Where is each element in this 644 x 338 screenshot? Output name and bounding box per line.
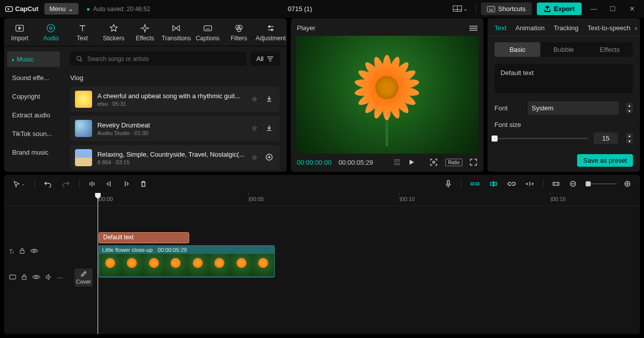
linkage-button[interactable]	[505, 179, 519, 188]
scan-button[interactable]	[429, 158, 438, 167]
zoom-thumb[interactable]	[586, 181, 591, 186]
tab-audio[interactable]: Audio	[35, 21, 66, 46]
preview-axis[interactable]	[523, 179, 537, 189]
svg-rect-8	[489, 10, 493, 11]
save-preset-button[interactable]: Save as preset	[577, 154, 633, 167]
shortcuts-button[interactable]: Shortcuts	[481, 3, 532, 15]
ruler-mark: |00:10	[399, 196, 415, 202]
font-select[interactable]: System	[528, 101, 619, 115]
tab-import[interactable]: Import	[4, 21, 35, 46]
download-button[interactable]	[264, 93, 275, 106]
tab-animation[interactable]: Animation	[516, 24, 545, 31]
font-step-down[interactable]: ▾	[626, 108, 633, 113]
media-sidebar: Music Sound effe... Copyright Extract au…	[4, 46, 63, 175]
tab-text[interactable]: Text	[67, 21, 98, 46]
lock-icon[interactable]	[21, 274, 27, 282]
keyboard-icon	[487, 6, 495, 12]
delete-right-button[interactable]	[120, 178, 133, 189]
visibility-icon[interactable]	[32, 274, 40, 282]
tabs-scroll-right[interactable]: ›	[635, 24, 637, 32]
add-button[interactable]	[264, 152, 275, 164]
zoom-slider[interactable]	[587, 183, 617, 184]
track-item[interactable]: Relaxing, Simple, Countryside, Travel, N…	[70, 145, 280, 170]
size-step-down[interactable]: ▾	[626, 139, 633, 144]
size-stepper: ▴ ▾	[626, 133, 633, 144]
favorite-button[interactable]: ☆	[250, 152, 260, 164]
cover-button[interactable]: Cover	[74, 268, 93, 287]
search-input[interactable]	[87, 55, 240, 62]
layout-icon	[453, 6, 462, 13]
layout-button[interactable]: ⌄	[450, 4, 470, 15]
tab-text-inspector[interactable]: Text	[495, 24, 507, 31]
sidebar-item-sound-effects[interactable]: Sound effe...	[7, 70, 60, 86]
zoom-in-button[interactable]	[621, 178, 634, 189]
mic-button[interactable]	[442, 178, 455, 190]
auto-snap[interactable]	[487, 178, 501, 189]
video-clip[interactable]: Little flower close-up 00:00:05:29	[99, 245, 275, 278]
zoom-out-button[interactable]	[567, 178, 580, 189]
tab-captions[interactable]: Captions	[192, 21, 223, 46]
more-icon[interactable]: ⋯	[57, 275, 63, 282]
sidebar-item-music[interactable]: Music	[7, 51, 60, 67]
timeline-ruler[interactable]: |00:00 |00:05 |00:10 |00:15	[95, 193, 640, 206]
favorite-button[interactable]: ☆	[250, 122, 260, 135]
delete-left-button[interactable]	[103, 178, 116, 189]
playhead[interactable]	[98, 193, 98, 334]
fullscreen-button[interactable]	[469, 158, 477, 166]
sidebar-item-brand-music[interactable]: Brand music	[7, 145, 60, 160]
tab-filters[interactable]: Filters	[223, 21, 255, 46]
ratio-button[interactable]: Ratio	[445, 159, 462, 166]
font-size-slider[interactable]	[495, 138, 588, 139]
minimize-button[interactable]: —	[587, 5, 601, 13]
link-icon	[508, 181, 516, 186]
tab-effects[interactable]: Effects	[129, 21, 160, 46]
undo-button[interactable]	[41, 178, 55, 189]
tab-stickers[interactable]: Stickers	[98, 21, 129, 46]
select-tool[interactable]: ⌄	[10, 178, 28, 189]
subtab-effects[interactable]: Effects	[587, 42, 633, 57]
tab-adjustment[interactable]: Adjustment	[255, 21, 287, 46]
tab-tracking[interactable]: Tracking	[553, 24, 578, 31]
main-track-magnet[interactable]	[467, 179, 482, 189]
sidebar-item-tiktok-sounds[interactable]: TikTok soun...	[7, 126, 60, 142]
tab-tts[interactable]: Text-to-speech	[588, 24, 630, 31]
menu-label: Menu	[49, 5, 66, 13]
mute-icon[interactable]	[45, 274, 52, 282]
font-size-value[interactable]: 15	[594, 132, 618, 144]
menu-button[interactable]: Menu ⌄	[44, 3, 78, 15]
sidebar-item-extract-audio[interactable]: Extract audio	[7, 107, 60, 123]
subtab-bubble[interactable]: Bubble	[540, 42, 587, 57]
lock-icon[interactable]	[19, 247, 25, 256]
visibility-icon[interactable]	[30, 248, 38, 255]
font-step-up[interactable]: ▴	[626, 103, 633, 108]
sidebar-item-copyright[interactable]: Copyright	[7, 89, 60, 104]
text-content-input[interactable]: Default text	[495, 64, 633, 93]
maximize-button[interactable]: ☐	[606, 5, 620, 13]
filter-all-button[interactable]: All	[251, 51, 280, 66]
svg-point-10	[47, 25, 55, 32]
timeline-tracks[interactable]: |00:00 |00:05 |00:10 |00:15 Default text…	[95, 193, 640, 334]
text-clip[interactable]: Default text	[99, 232, 189, 243]
tab-transitions[interactable]: Transitions	[160, 21, 192, 46]
slider-thumb[interactable]	[492, 136, 498, 142]
zoom-timeline-in[interactable]	[549, 179, 562, 188]
redo-button[interactable]	[59, 178, 73, 189]
download-button[interactable]	[264, 122, 275, 135]
export-button[interactable]: Export	[537, 3, 582, 15]
close-button[interactable]: ✕	[625, 5, 639, 13]
track-item[interactable]: Revelry Drumbeat Ausku Studio · 01:00 ☆	[70, 116, 280, 141]
compare-button[interactable]	[393, 159, 401, 166]
subtab-basic[interactable]: Basic	[495, 42, 541, 57]
delete-button[interactable]	[137, 178, 150, 189]
track-item[interactable]: A cheerful and upbeat song with a rhythm…	[70, 87, 280, 112]
play-button[interactable]	[408, 159, 415, 166]
search-box[interactable]	[70, 51, 246, 66]
player-video[interactable]	[296, 36, 478, 154]
size-step-up[interactable]: ▴	[626, 133, 633, 138]
cover-label: Cover	[76, 279, 91, 285]
svg-point-6	[491, 8, 492, 9]
favorite-button[interactable]: ☆	[250, 93, 260, 106]
player-menu-button[interactable]	[469, 25, 477, 31]
split-icon	[89, 180, 96, 187]
split-button[interactable]	[86, 178, 99, 189]
